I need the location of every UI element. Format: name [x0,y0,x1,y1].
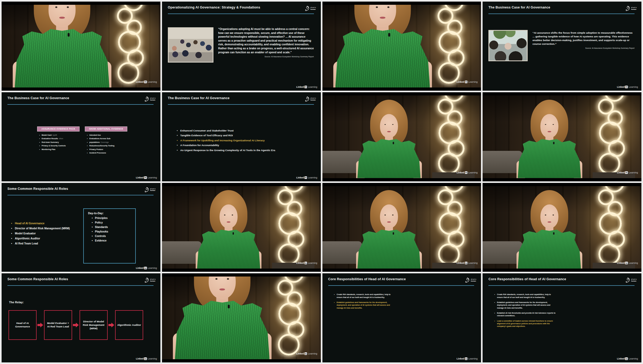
video-thumbnail-6[interactable]: LinkedinLearning [322,183,481,272]
list-item-highlighted: Establish guidelines and frameworks for … [334,301,397,309]
presenter-video-frame: LinkedinLearning [483,186,641,269]
evidence-list: Model CardUplift Evaluation Resultsction… [39,134,80,151]
slide-thumbnail-business-case-quote[interactable]: The Business Case for AI Governance all … [483,2,641,91]
linkedin-in-badge-icon: in [465,171,468,174]
linkedin-in-badge-icon: in [304,352,307,355]
linkedin-in-badge-icon: in [465,81,468,83]
arrow-right-icon [37,323,43,327]
linkedin-in-badge-icon: in [625,262,628,264]
linkedin-learning-logo: LinkedinLearning [136,176,157,179]
presenter-green-top [175,300,270,359]
video-thumbnail-1[interactable]: LinkedinLearning [2,2,160,91]
slide-title: Some Common Responsible AI Roles [7,187,68,191]
presenter [335,5,430,87]
presenter-green-top [518,138,581,178]
video-thumbnail-5[interactable]: LinkedinLearning [162,183,321,272]
slide-thumbnail-rai-roles[interactable]: Some Common Responsible AI Roles all tec… [2,183,160,272]
arrow-right-icon [108,323,114,327]
presenter-eye [384,124,386,125]
list-item: Incident Processes [87,152,127,154]
presenter-eye [376,6,378,8]
presenter-face [220,204,238,228]
lapel-mic [228,305,230,309]
arrow-right-icon [73,323,79,327]
linkedin-in-badge-icon: in [144,267,147,269]
slide-title: Operationalizing AI Governance: Strategy… [168,6,260,9]
head-profile-icon [624,277,630,283]
head-profile-icon [304,6,309,12]
list-item: A Foundation for Accountability [177,144,321,147]
all-tech-is-human-logo: all tech ishuman [304,6,316,12]
list-item: Establish guidelines and frameworks for … [494,301,557,309]
head-profile-icon [143,96,149,102]
slide-thumbnail-relay[interactable]: Some Common Responsible AI Roles all tec… [2,273,160,362]
list-item: Red-team Summary [39,141,80,144]
lapel-mic [393,232,394,235]
relay-step: Head of AI Governance [8,310,37,340]
linkedin-learning-logo: LinkedinLearning [617,171,638,174]
responsibilities-list: Create RAI standards, research, tools an… [494,293,557,328]
presenter-eye [224,214,225,216]
list-item: Model Evaluator [11,232,88,235]
all-tech-is-human-logo: all tech ishuman [464,277,476,283]
title-underline [488,285,635,286]
linkedin-learning-logo: LinkedinLearning [617,86,638,88]
evidence-list: Intended Use Evaluations Across Sub- pop… [87,134,127,154]
list-item: Director of Model Risk Management (MRM) [11,227,88,230]
slide-title: The Business Case for AI Governance [7,96,69,100]
presenter-eye [392,124,393,125]
workshop-photo [168,27,213,63]
evidence-header: ASSURANCE EVIDENCE PACK [37,126,80,131]
presenter-eye [392,214,393,216]
presenter-green-top [518,229,581,269]
linkedin-learning-logo: LinkedinLearning [617,262,638,264]
slide-thumbnail-evidence-pack[interactable]: The Business Case for AI Governance all … [2,92,160,181]
list-item: Create RAI standards, research, tools an… [334,293,397,299]
lapel-mic [233,232,234,235]
video-thumbnail-2[interactable]: LinkedinLearning [322,2,481,91]
all-tech-is-human-logo: all tech ishuman [143,277,156,283]
slide-thumbnail-operationalizing[interactable]: Operationalizing AI Governance: Strategy… [162,2,321,91]
presenter-eye [232,214,233,216]
presenter-eye [216,278,218,279]
presenter [197,189,260,269]
linkedin-learning-logo: LinkedinLearning [136,267,157,269]
list-item: Controls [92,235,133,238]
ring-light-lamp [274,186,307,269]
video-thumbnail-grid: LinkedinLearning Operationalizing AI Gov… [0,0,643,364]
ring-light-lamp [434,95,467,178]
list-item: Tangible Evidence of Tool Efficacy and R… [177,134,321,137]
linkedin-learning-logo: LinkedinLearning [136,357,157,360]
quote-text: “AI assurance shifts the focus from simp… [532,31,635,46]
list-item: Privacy & Security Controls [39,145,80,147]
list-item: Evidence [92,239,133,242]
video-thumbnail-4[interactable]: LinkedinLearning [483,92,641,181]
slide-title: The Business Case for AI Governance [488,6,550,9]
title-underline [328,285,474,286]
linkedin-in-badge-icon: in [304,86,307,88]
presenter [357,99,421,178]
lapel-mic [393,142,394,144]
list-item: Algorithmic Auditor [11,237,88,240]
video-thumbnail-3[interactable]: LinkedinLearning [322,92,481,181]
list-item-highlighted: Lead a committee of leaders across relev… [494,320,557,328]
slide-thumbnail-core-responsibilities-1[interactable]: Core Responsibilities of Head of AI Gove… [322,273,481,362]
list-item: Robustness/Security Testing [87,145,127,147]
list-item-highlighted: Head of AI Governance [11,222,88,225]
quote-source: Source: AI Assurance Ecosystem Workshop … [218,56,314,58]
evidence-column-2: SHOW ADDITIONAL EVIDENCE Intended Use Ev… [85,126,127,156]
linkedin-in-badge-icon: in [465,357,468,360]
relay-diagram: Head of AI Governance Model Evaluator + … [8,310,160,340]
video-thumbnail-7[interactable]: LinkedinLearning [483,183,641,272]
slide-thumbnail-business-case-bullets[interactable]: The Business Case for AI Governance all … [162,92,321,181]
head-profile-icon [143,187,149,193]
slide-thumbnail-core-responsibilities-2[interactable]: Core Responsibilities of Head of AI Gove… [483,273,641,362]
linkedin-in-badge-icon: in [144,357,147,360]
linkedin-learning-logo: LinkedinLearning [617,357,638,360]
video-thumbnail-8[interactable]: LinkedinLearning [162,273,321,362]
presenter-video-frame: LinkedinLearning [483,95,641,178]
linkedin-learning-logo: LinkedinLearning [296,86,317,88]
presenter-mouth [227,221,230,223]
presenter-face [380,204,398,228]
linkedin-learning-logo: LinkedinLearning [457,171,478,174]
